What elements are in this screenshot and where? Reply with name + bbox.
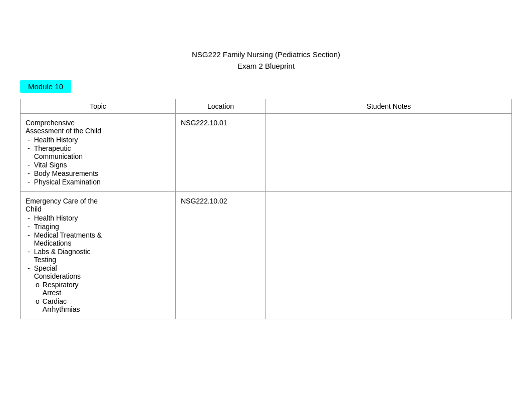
section-title-1: ComprehensiveAssessment of the Child — [26, 119, 170, 135]
bullet-text: Body Measurements — [34, 169, 98, 177]
bullet-text: Labs & DiagnosticTesting — [34, 248, 91, 264]
sub-bullet-o: o — [36, 297, 40, 305]
bullet-dash: - — [28, 248, 30, 256]
location-cell-1: NSG222.10.01 — [176, 114, 266, 192]
bullet-dash: - — [28, 161, 30, 169]
table-row: Emergency Care of theChild - Health Hist… — [21, 192, 512, 319]
bullet-text: Triaging — [34, 223, 59, 231]
bullet-dash: - — [28, 223, 30, 231]
table-header-row: Topic Location Student Notes — [21, 99, 512, 114]
list-item: - Health History — [26, 214, 170, 222]
location-cell-2: NSG222.10.02 — [176, 192, 266, 319]
sub-bullet-o: o — [36, 281, 40, 289]
bullet-list-2: - Health History - Triaging - Medical Tr… — [26, 214, 170, 280]
list-item: o CardiacArrhythmias — [36, 297, 170, 313]
bullet-dash: - — [28, 144, 30, 152]
bullet-dash: - — [28, 231, 30, 239]
list-item: - TherapeuticCommunication — [26, 144, 170, 160]
notes-cell-1 — [266, 114, 512, 192]
list-item: o RespiratoryArrest — [36, 281, 170, 297]
blueprint-table: Topic Location Student Notes Comprehensi… — [20, 99, 512, 319]
module-badge: Module 10 — [20, 80, 71, 93]
bullet-text: Health History — [34, 136, 78, 144]
list-item: - Triaging — [26, 223, 170, 231]
list-item: - Health History — [26, 136, 170, 144]
bullet-text: Physical Examination — [34, 178, 101, 186]
list-item: - Body Measurements — [26, 169, 170, 177]
bullet-list-1: - Health History - TherapeuticCommunicat… — [26, 136, 170, 186]
page-title: NSG222 Family Nursing (Pediatrics Sectio… — [20, 50, 512, 59]
bullet-dash: - — [28, 214, 30, 222]
page-header: NSG222 Family Nursing (Pediatrics Sectio… — [20, 50, 512, 70]
bullet-dash: - — [28, 178, 30, 186]
sub-bullet-list-2: o RespiratoryArrest o CardiacArrhythmias — [36, 281, 170, 313]
topic-cell-1: ComprehensiveAssessment of the Child - H… — [21, 114, 176, 192]
location-text-2: NSG222.10.02 — [181, 197, 227, 205]
list-item: - Vital Signs — [26, 161, 170, 169]
location-text-1: NSG222.10.01 — [181, 119, 227, 127]
topic-cell-2: Emergency Care of theChild - Health Hist… — [21, 192, 176, 319]
bullet-text: TherapeuticCommunication — [34, 144, 83, 160]
list-item: - Physical Examination — [26, 178, 170, 186]
section-title-2: Emergency Care of theChild — [26, 197, 170, 213]
list-item: - Labs & DiagnosticTesting — [26, 248, 170, 264]
bullet-text: Vital Signs — [34, 161, 67, 169]
table-row: ComprehensiveAssessment of the Child - H… — [21, 114, 512, 192]
bullet-dash: - — [28, 136, 30, 144]
col-header-location: Location — [176, 99, 266, 114]
bullet-dash: - — [28, 264, 30, 272]
page-container: NSG222 Family Nursing (Pediatrics Sectio… — [0, 0, 532, 329]
bullet-text: Health History — [34, 214, 78, 222]
list-item: - Medical Treatments &Medications — [26, 231, 170, 247]
bullet-text: SpecialConsiderations — [34, 264, 81, 280]
page-subtitle: Exam 2 Blueprint — [20, 62, 512, 70]
sub-bullet-text: CardiacArrhythmias — [43, 297, 80, 313]
bullet-dash: - — [28, 169, 30, 177]
sub-bullet-text: RespiratoryArrest — [43, 281, 79, 297]
notes-cell-2 — [266, 192, 512, 319]
bullet-text: Medical Treatments &Medications — [34, 231, 102, 247]
list-item: - SpecialConsiderations — [26, 264, 170, 280]
col-header-notes: Student Notes — [266, 99, 512, 114]
col-header-topic: Topic — [21, 99, 176, 114]
